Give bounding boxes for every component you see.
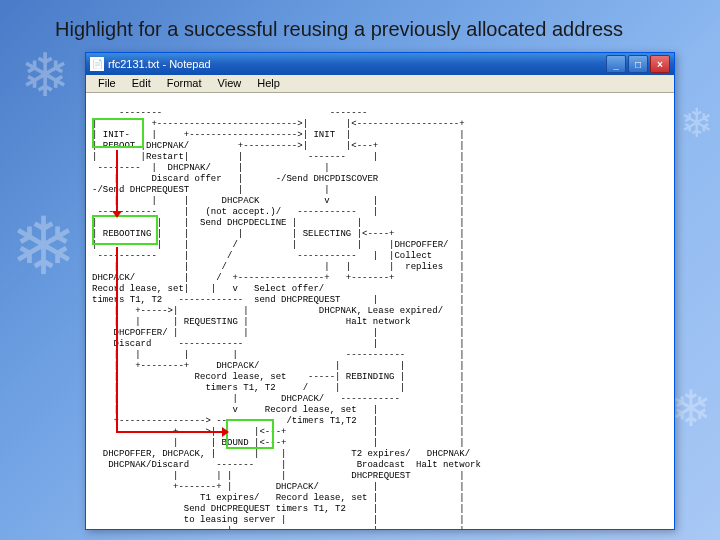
diagram-ascii: -------- ------- | | +------------------… <box>92 108 481 529</box>
menu-format[interactable]: Format <box>159 75 210 92</box>
minimize-button[interactable]: _ <box>606 55 626 73</box>
slide-title: Highlight for a successful reusing a pre… <box>55 18 623 41</box>
text-content[interactable]: -------- ------- | | +------------------… <box>86 93 674 529</box>
notepad-window: 📄 rfc2131.txt - Notepad _ □ × File Edit … <box>85 52 675 530</box>
close-button[interactable]: × <box>650 55 670 73</box>
maximize-button[interactable]: □ <box>628 55 648 73</box>
menu-help[interactable]: Help <box>249 75 288 92</box>
menu-view[interactable]: View <box>210 75 250 92</box>
menu-bar: File Edit Format View Help <box>86 75 674 93</box>
window-title: rfc2131.txt - Notepad <box>108 58 604 70</box>
titlebar[interactable]: 📄 rfc2131.txt - Notepad _ □ × <box>86 53 674 75</box>
menu-file[interactable]: File <box>90 75 124 92</box>
app-icon: 📄 <box>90 57 104 71</box>
menu-edit[interactable]: Edit <box>124 75 159 92</box>
